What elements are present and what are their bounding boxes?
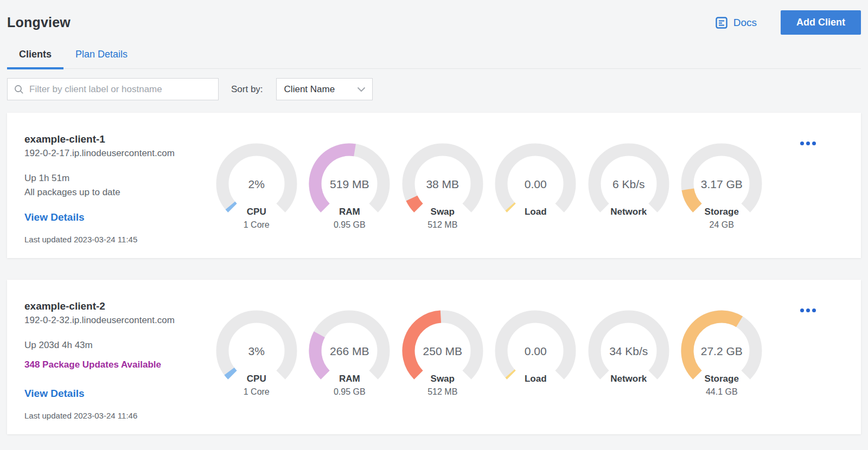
gauge-arc: 2% (216, 143, 297, 224)
gauge-cpu: 2% CPU 1 Core (210, 143, 303, 244)
gauge-value: 27.2 GB (681, 310, 762, 391)
gauge-value: 2% (216, 143, 297, 224)
sort-by-value: Client Name (284, 84, 335, 95)
client-hostname: 192-0-2-17.ip.linodeusercontent.com (24, 148, 210, 159)
gauge-swap: 38 MB Swap 512 MB (396, 143, 489, 244)
gauge-row: 2% CPU 1 Core 519 MB RAM 0.95 GB (210, 143, 768, 244)
client-filter-input[interactable] (29, 84, 212, 95)
gauge-ram: 519 MB RAM 0.95 GB (303, 143, 397, 244)
gauge-swap: 250 MB Swap 512 MB (396, 310, 489, 420)
gauge-arc: 34 Kb/s (588, 310, 669, 391)
gauge-arc: 27.2 GB (681, 310, 762, 391)
tab-clients[interactable]: Clients (7, 49, 63, 68)
gauge-value: 519 MB (309, 143, 390, 224)
add-client-button[interactable]: Add Client (781, 10, 861, 35)
gauge-network: 34 Kb/s Network (582, 310, 675, 420)
client-hostname: 192-0-2-32.ip.linodeusercontent.com (24, 315, 210, 326)
last-updated: Last updated 2023-03-24 11:46 (24, 411, 210, 420)
gauge-arc: 6 Kb/s (588, 143, 669, 224)
client-actions-menu-icon[interactable] (798, 139, 818, 147)
gauge-cpu: 3% CPU 1 Core (210, 310, 303, 420)
sort-by-dropdown[interactable]: Client Name (276, 78, 373, 100)
client-filter-box (7, 78, 219, 100)
docs-icon (714, 16, 729, 30)
client-uptime: Up 1h 51m (24, 173, 210, 184)
gauge-row: 3% CPU 1 Core 266 MB RAM 0.95 GB (210, 310, 768, 420)
gauge-value: 3.17 GB (681, 143, 762, 224)
tab-plan-details[interactable]: Plan Details (63, 49, 139, 68)
gauge-arc: 0.00 (495, 143, 576, 224)
view-details-link[interactable]: View Details (24, 211, 85, 223)
gauge-arc: 3% (216, 310, 297, 391)
gauge-value: 250 MB (402, 310, 483, 391)
gauge-arc: 266 MB (309, 310, 390, 391)
client-info: example-client-1 192-0-2-17.ip.linodeuse… (24, 132, 210, 244)
gauge-value: 266 MB (309, 310, 390, 391)
gauge-arc: 519 MB (309, 143, 390, 224)
gauge-network: 6 Kb/s Network (582, 143, 675, 244)
client-packages-updates[interactable]: 348 Package Updates Available (24, 359, 210, 370)
gauge-value: 6 Kb/s (588, 143, 669, 224)
gauge-value: 34 Kb/s (588, 310, 669, 391)
chevron-down-icon (357, 87, 366, 92)
page-header: Longview Docs Add Client (7, 0, 861, 35)
gauge-ram: 266 MB RAM 0.95 GB (303, 310, 397, 420)
gauge-value: 3% (216, 310, 297, 391)
last-updated: Last updated 2023-03-24 11:45 (24, 235, 210, 244)
search-icon (14, 85, 24, 94)
gauge-arc: 250 MB (402, 310, 483, 391)
client-packages-status: All packages up to date (24, 187, 210, 198)
filter-toolbar: Sort by: Client Name (7, 78, 861, 100)
gauge-load: 0.00 Load (489, 143, 583, 244)
page-title: Longview (7, 15, 71, 30)
header-actions: Docs Add Client (714, 10, 861, 35)
client-actions-menu-icon[interactable] (798, 306, 818, 314)
gauge-arc: 38 MB (402, 143, 483, 224)
client-name: example-client-2 (24, 300, 210, 312)
client-info: example-client-2 192-0-2-32.ip.linodeuse… (24, 299, 210, 420)
gauge-load: 0.00 Load (489, 310, 583, 420)
gauge-storage: 27.2 GB Storage 44.1 GB (675, 310, 769, 420)
gauge-value: 0.00 (495, 310, 576, 391)
docs-link[interactable]: Docs (714, 16, 757, 30)
gauge-value: 0.00 (495, 143, 576, 224)
sort-by-label: Sort by: (231, 84, 263, 95)
view-details-link[interactable]: View Details (24, 388, 85, 400)
gauge-storage: 3.17 GB Storage 24 GB (675, 143, 769, 244)
client-name: example-client-1 (24, 133, 210, 145)
client-card: example-client-1 192-0-2-17.ip.linodeuse… (7, 113, 861, 258)
client-uptime: Up 203d 4h 43m (24, 340, 210, 351)
tab-bar: Clients Plan Details (7, 49, 861, 69)
client-card: example-client-2 192-0-2-32.ip.linodeuse… (7, 280, 861, 434)
gauge-value: 38 MB (402, 143, 483, 224)
docs-label: Docs (733, 17, 757, 29)
gauge-arc: 3.17 GB (681, 143, 762, 224)
gauge-arc: 0.00 (495, 310, 576, 391)
longview-page: Longview Docs Add Client Clients Plan De… (0, 0, 868, 450)
